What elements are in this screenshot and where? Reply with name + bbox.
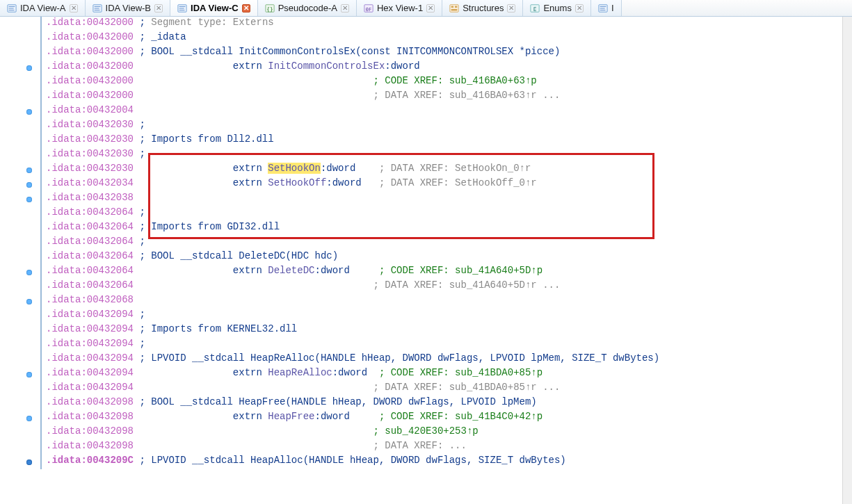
disasm-line[interactable]: .idata:00432000 ; Segment type: Externs bbox=[0, 17, 842, 31]
vertical-scrollbar[interactable] bbox=[842, 17, 852, 504]
token: HeapReAlloc bbox=[268, 367, 332, 378]
token: ; _idata bbox=[134, 31, 186, 42]
token: HeapFree bbox=[268, 411, 314, 422]
breakpoint-dot[interactable] bbox=[26, 109, 32, 115]
disasm-line[interactable]: .idata:00432098 ; DATA XREF: ... bbox=[0, 440, 842, 455]
tab-i[interactable]: I bbox=[591, 0, 622, 16]
disasm-line[interactable]: .idata:00432064 ; bbox=[0, 236, 842, 250]
disasm-text: .idata:00432034 extrn SetHookOff:dword ;… bbox=[42, 177, 537, 188]
tab-close-icon[interactable]: ✕ bbox=[154, 4, 163, 13]
gutter[interactable] bbox=[0, 396, 42, 411]
gutter[interactable] bbox=[0, 206, 42, 221]
breakpoint-dot[interactable] bbox=[26, 372, 32, 377]
tab-close-icon[interactable]: ✕ bbox=[426, 4, 435, 13]
breakpoint-dot[interactable] bbox=[26, 270, 32, 275]
disasm-line[interactable]: .idata:00432094 ; bbox=[0, 309, 842, 323]
gutter[interactable] bbox=[0, 133, 42, 148]
disassembly-view[interactable]: .idata:00432000 ; Segment type: Externs.… bbox=[0, 17, 852, 504]
gutter[interactable] bbox=[0, 455, 42, 469]
gutter[interactable] bbox=[0, 192, 42, 206]
breakpoint-dot[interactable] bbox=[26, 299, 32, 304]
disasm-text: .idata:00432098 ; sub_420E30+253↑p bbox=[42, 425, 479, 437]
segment-address: .idata:0043209C bbox=[46, 455, 134, 466]
gutter[interactable] bbox=[0, 177, 42, 192]
disasm-line[interactable]: .idata:00432000 ; DATA XREF: sub_416BA0+… bbox=[0, 90, 842, 104]
disasm-line[interactable]: .idata:00432030 ; bbox=[0, 119, 842, 133]
token: ; CODE XREF: sub_416BA0+63↑p bbox=[373, 75, 537, 86]
gutter[interactable] bbox=[0, 46, 42, 60]
gutter[interactable] bbox=[0, 338, 42, 352]
disasm-line[interactable]: .idata:00432098 extrn HeapFree:dword ; C… bbox=[0, 411, 842, 425]
disasm-line[interactable]: .idata:00432064 ; BOOL __stdcall DeleteD… bbox=[0, 250, 842, 265]
breakpoint-dot[interactable] bbox=[26, 416, 32, 421]
disasm-line[interactable]: .idata:00432000 ; _idata bbox=[0, 31, 842, 46]
tab-close-icon[interactable]: ✕ bbox=[70, 4, 78, 13]
breakpoint-dot[interactable] bbox=[26, 197, 32, 202]
disasm-line[interactable]: .idata:00432064 ; DATA XREF: sub_41A640+… bbox=[0, 279, 842, 294]
gutter[interactable] bbox=[0, 323, 42, 338]
gutter[interactable] bbox=[0, 265, 42, 279]
tab-close-icon[interactable]: ✕ bbox=[507, 4, 515, 13]
disassembly-body[interactable]: .idata:00432000 ; Segment type: Externs.… bbox=[0, 17, 852, 504]
breakpoint-dot[interactable] bbox=[26, 182, 32, 188]
disasm-line[interactable]: .idata:00432094 ; bbox=[0, 338, 842, 352]
disasm-line[interactable]: .idata:00432098 ; BOOL __stdcall HeapFre… bbox=[0, 396, 842, 411]
tab-pseudocode-a[interactable]: {}Pseudocode-A✕ bbox=[258, 0, 357, 16]
disasm-line[interactable]: .idata:00432064 ; bbox=[0, 206, 842, 221]
disasm-line[interactable]: .idata:0043209C ; LPVOID __stdcall HeapA… bbox=[0, 455, 842, 469]
disasm-line[interactable]: .idata:00432030 ; Imports from Dll2.dll bbox=[0, 133, 842, 148]
segment-address: .idata:00432094 bbox=[46, 382, 134, 393]
breakpoint-dot[interactable] bbox=[26, 460, 32, 465]
gutter[interactable] bbox=[0, 163, 42, 177]
disasm-line[interactable]: .idata:00432098 ; sub_420E30+253↑p bbox=[0, 425, 842, 440]
tab-close-icon[interactable]: ✕ bbox=[341, 4, 349, 13]
breakpoint-dot[interactable] bbox=[26, 65, 32, 71]
gutter[interactable] bbox=[0, 382, 42, 396]
disasm-line[interactable]: .idata:00432000 extrn InitCommonControls… bbox=[0, 60, 842, 75]
tab-hex-view-1[interactable]: 0FHex View-1✕ bbox=[357, 0, 442, 16]
gutter[interactable] bbox=[0, 352, 42, 367]
disasm-line[interactable]: .idata:00432030 ; bbox=[0, 148, 842, 163]
tab-ida-view-b[interactable]: IDA View-B✕ bbox=[86, 0, 171, 16]
gutter[interactable] bbox=[0, 250, 42, 265]
gutter[interactable] bbox=[0, 411, 42, 425]
disasm-line[interactable]: .idata:00432064 extrn DeleteDC:dword ; C… bbox=[0, 265, 842, 279]
gutter[interactable] bbox=[0, 119, 42, 133]
tab-close-icon[interactable]: ✕ bbox=[575, 4, 584, 13]
gutter[interactable] bbox=[0, 221, 42, 236]
gutter[interactable] bbox=[0, 279, 42, 294]
disasm-line[interactable]: .idata:00432034 extrn SetHookOff:dword ;… bbox=[0, 177, 842, 192]
tab-enums[interactable]: EEnums✕ bbox=[523, 0, 590, 16]
gutter[interactable] bbox=[0, 17, 42, 31]
tab-ida-view-a[interactable]: IDA View-A✕ bbox=[0, 0, 86, 16]
gutter[interactable] bbox=[0, 440, 42, 455]
gutter[interactable] bbox=[0, 148, 42, 163]
disasm-line[interactable]: .idata:00432000 ; CODE XREF: sub_416BA0+… bbox=[0, 75, 842, 90]
tab-ida-view-c[interactable]: IDA View-C✕ bbox=[170, 0, 258, 16]
gutter[interactable] bbox=[0, 104, 42, 119]
gutter[interactable] bbox=[0, 367, 42, 382]
gutter[interactable] bbox=[0, 309, 42, 323]
gutter[interactable] bbox=[0, 236, 42, 250]
disasm-text: .idata:00432004 bbox=[42, 104, 134, 115]
breakpoint-dot[interactable] bbox=[26, 168, 32, 173]
disasm-line[interactable]: .idata:00432038 bbox=[0, 192, 842, 206]
disasm-line[interactable]: .idata:00432068 bbox=[0, 294, 842, 309]
gutter[interactable] bbox=[0, 294, 42, 309]
gutter[interactable] bbox=[0, 90, 42, 104]
disasm-line[interactable]: .idata:00432030 extrn SetHookOn:dword ; … bbox=[0, 163, 842, 177]
disasm-line[interactable]: .idata:00432000 ; BOOL __stdcall InitCom… bbox=[0, 46, 842, 60]
gutter[interactable] bbox=[0, 60, 42, 75]
gutter[interactable] bbox=[0, 31, 42, 46]
disasm-line[interactable]: .idata:00432094 extrn HeapReAlloc:dword … bbox=[0, 367, 842, 382]
tab-structures[interactable]: Structures✕ bbox=[442, 0, 523, 16]
gutter[interactable] bbox=[0, 425, 42, 440]
gutter[interactable] bbox=[0, 75, 42, 90]
disasm-line[interactable]: .idata:00432064 ; Imports from GDI32.dll bbox=[0, 221, 842, 236]
disasm-line[interactable]: .idata:00432004 bbox=[0, 104, 842, 119]
tab-close-icon[interactable]: ✕ bbox=[242, 4, 250, 13]
token: ; LPVOID __stdcall HeapReAlloc(HANDLE hH… bbox=[134, 352, 659, 364]
disasm-line[interactable]: .idata:00432094 ; Imports from KERNEL32.… bbox=[0, 323, 842, 338]
disasm-line[interactable]: .idata:00432094 ; LPVOID __stdcall HeapR… bbox=[0, 352, 842, 367]
disasm-line[interactable]: .idata:00432094 ; DATA XREF: sub_41BDA0+… bbox=[0, 382, 842, 396]
